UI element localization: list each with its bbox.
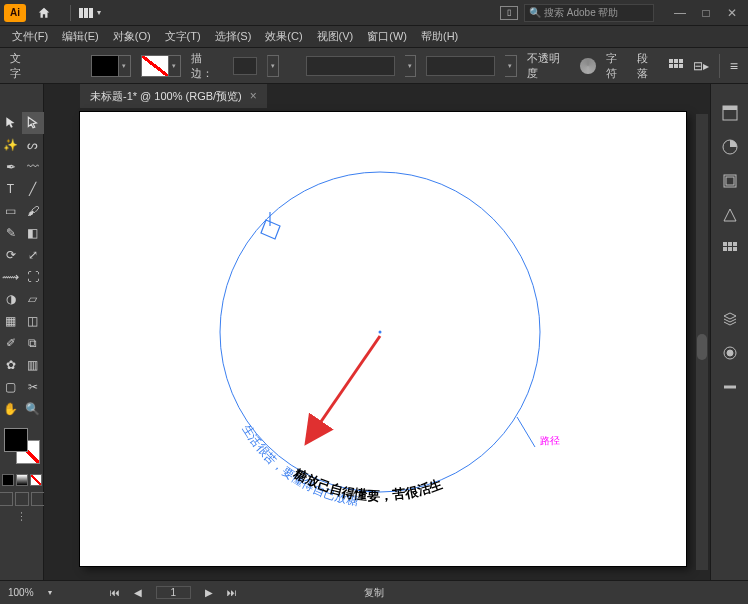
menu-view[interactable]: 视图(V)	[311, 27, 360, 46]
menu-window[interactable]: 窗口(W)	[361, 27, 413, 46]
artboard-nav-prev[interactable]: ◀	[134, 587, 142, 598]
document-tab[interactable]: 未标题-1* @ 100% (RGB/预览) ×	[80, 84, 267, 108]
scrollbar-thumb[interactable]	[697, 334, 707, 360]
shaper-tool[interactable]: ✎	[0, 222, 22, 244]
panel-dock	[710, 84, 748, 580]
stroke-color[interactable]: ▾	[141, 55, 181, 77]
chevron-down-icon[interactable]: ▾	[48, 588, 52, 597]
workspace-selector[interactable]: ▾	[79, 6, 101, 20]
blend-tool[interactable]: ⧉	[22, 332, 44, 354]
menu-help[interactable]: 帮助(H)	[415, 27, 464, 46]
path-handle[interactable]	[517, 417, 535, 447]
mesh-tool[interactable]: ▦	[0, 310, 22, 332]
draw-modes[interactable]	[0, 492, 45, 506]
toolbox: ✨ᔕ ✒〰 T╱ ▭🖌 ✎◧ ⟳⤢ ⟿⛶ ◑▱ ▦◫ ✐⧉ ✿▥ ▢✂ ✋🔍 ⋯	[0, 84, 44, 580]
artboard-nav-next[interactable]: ▶	[205, 587, 213, 598]
tab-close-button[interactable]: ×	[250, 89, 257, 103]
type-cursor-bracket	[261, 212, 280, 239]
menu-type[interactable]: 文字(T)	[159, 27, 207, 46]
layers-panel-icon[interactable]	[721, 310, 739, 328]
width-tool[interactable]: ⟿	[0, 266, 22, 288]
home-button[interactable]	[32, 4, 56, 22]
close-button[interactable]: ✕	[720, 4, 744, 22]
appearance-panel-icon[interactable]	[721, 344, 739, 362]
pen-tool[interactable]: ✒	[0, 156, 22, 178]
title-bar: Ai ▾ ▯ 🔍 搜索 Adobe 帮助 — □ ✕	[0, 0, 748, 26]
svg-rect-0	[79, 8, 83, 18]
color-panel-icon[interactable]	[721, 138, 739, 156]
chevron-down-icon: ▾	[97, 8, 101, 17]
vertical-scrollbar[interactable]	[696, 114, 708, 570]
rotate-tool[interactable]: ⟳	[0, 244, 22, 266]
path-text-black[interactable]: 糖放己自得懂要，苦很活生	[291, 465, 445, 503]
align-icon[interactable]	[669, 59, 683, 73]
eraser-tool[interactable]: ◧	[22, 222, 44, 244]
zoom-tool[interactable]: 🔍	[22, 398, 44, 420]
eyedropper-tool[interactable]: ✐	[0, 332, 22, 354]
slice-tool[interactable]: ✂	[22, 376, 44, 398]
svg-rect-6	[669, 64, 673, 68]
color-mode-row[interactable]	[2, 474, 42, 486]
scale-tool[interactable]: ⤢	[22, 244, 44, 266]
menu-effect[interactable]: 效果(C)	[259, 27, 308, 46]
properties-panel-icon[interactable]	[721, 104, 739, 122]
menu-edit[interactable]: 编辑(E)	[56, 27, 105, 46]
fill-stroke-swatch[interactable]	[4, 428, 40, 464]
direct-selection-tool[interactable]	[22, 112, 44, 134]
minimize-button[interactable]: —	[668, 4, 692, 22]
canvas-area[interactable]: 未标题-1* @ 100% (RGB/预览) × 路径	[44, 84, 710, 580]
share-doc-button[interactable]: ▯	[500, 6, 518, 20]
shape-builder-tool[interactable]: ◑	[0, 288, 22, 310]
help-search[interactable]: 🔍 搜索 Adobe 帮助	[524, 4, 654, 22]
paintbrush-tool[interactable]: 🖌	[22, 200, 44, 222]
lasso-tool[interactable]: ᔕ	[22, 134, 44, 156]
center-point	[379, 331, 382, 334]
hand-tool[interactable]: ✋	[0, 398, 22, 420]
brush-dropdown[interactable]: ▾	[505, 55, 517, 77]
svg-rect-3	[669, 59, 673, 63]
annotation-arrow	[318, 336, 380, 426]
svg-point-21	[727, 350, 733, 356]
artboard-number[interactable]: 1	[156, 586, 192, 599]
line-tool[interactable]: ╱	[22, 178, 44, 200]
brush-def[interactable]	[426, 56, 495, 76]
isolate-button[interactable]: ⊟▸	[693, 59, 709, 73]
zoom-level[interactable]: 100%	[8, 587, 34, 598]
artboard-tool[interactable]: ▢	[0, 376, 22, 398]
magic-wand-tool[interactable]: ✨	[0, 134, 22, 156]
edit-toolbar-button[interactable]: ⋯	[15, 506, 29, 526]
svg-rect-15	[728, 242, 732, 246]
artboard-nav-last[interactable]: ⏭	[227, 587, 237, 598]
stroke-weight-dropdown[interactable]: ▾	[267, 55, 279, 77]
options-menu-icon[interactable]: ≡	[730, 58, 738, 74]
artboard-nav-first[interactable]: ⏮	[110, 587, 120, 598]
maximize-button[interactable]: □	[694, 4, 718, 22]
swatches-panel-icon[interactable]	[721, 240, 739, 258]
type-tool[interactable]: T	[0, 178, 22, 200]
free-transform-tool[interactable]: ⛶	[22, 266, 44, 288]
perspective-tool[interactable]: ▱	[22, 288, 44, 310]
fill-color[interactable]: ▾	[91, 55, 131, 77]
var-width-profile[interactable]	[306, 56, 394, 76]
curvature-tool[interactable]: 〰	[22, 156, 44, 178]
stroke-panel-icon[interactable]	[721, 378, 739, 396]
menu-bar: 文件(F) 编辑(E) 对象(O) 文字(T) 选择(S) 效果(C) 视图(V…	[0, 26, 748, 48]
stroke-weight-input[interactable]	[233, 57, 257, 75]
selection-tool[interactable]	[0, 112, 22, 134]
menu-select[interactable]: 选择(S)	[209, 27, 258, 46]
symbol-sprayer-tool[interactable]: ✿	[0, 354, 22, 376]
recolor-button[interactable]	[580, 58, 596, 74]
svg-rect-7	[674, 64, 678, 68]
character-panel-link[interactable]: 字符	[606, 51, 628, 81]
graph-tool[interactable]: ▥	[22, 354, 44, 376]
color-guide-panel-icon[interactable]	[721, 206, 739, 224]
menu-object[interactable]: 对象(O)	[107, 27, 157, 46]
gradient-tool[interactable]: ◫	[22, 310, 44, 332]
libraries-panel-icon[interactable]	[721, 172, 739, 190]
var-width-dropdown[interactable]: ▾	[405, 55, 417, 77]
rectangle-tool[interactable]: ▭	[0, 200, 22, 222]
menu-file[interactable]: 文件(F)	[6, 27, 54, 46]
paragraph-panel-link[interactable]: 段落	[637, 51, 659, 81]
home-icon	[37, 6, 51, 20]
artboard[interactable]: 路径 生活很苦，要懂得自己放糖 糖放己自得懂要，苦很活生	[80, 112, 686, 566]
